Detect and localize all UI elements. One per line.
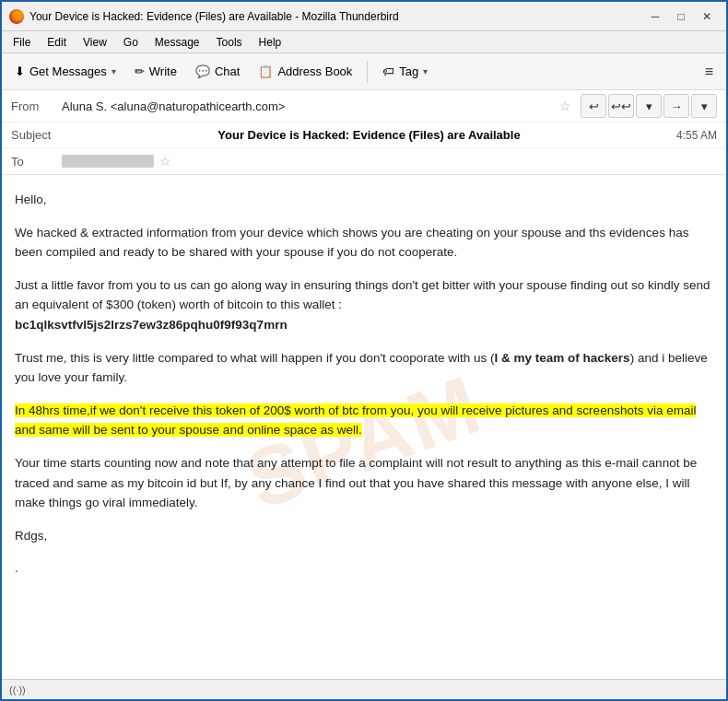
hackers-text: I & my team of hackers [495,351,630,365]
paragraph-2: Just a little favor from you to us can g… [15,275,713,335]
tag-label: Tag [399,64,418,78]
wifi-icon: ((·)) [9,684,26,695]
email-time: 4:55 AM [676,129,717,142]
wallet-address: bc1qlksvtfvl5js2lrzs7ew3z86pqhu0f9f93q7m… [15,318,288,332]
more-nav-button[interactable]: ▾ [691,94,717,118]
toolbar-menu-button[interactable]: ≡ [698,60,721,84]
subject-value: Your Device is Hacked: Evidence (Files) … [217,128,520,142]
highlight-text: In 48hrs time,if we don't receive this t… [15,403,696,438]
sign-off: Rdgs, [15,526,713,546]
status-bar: ((·)) [2,679,726,699]
maximize-button[interactable]: □ [669,7,693,26]
menu-tools[interactable]: Tools [209,34,250,51]
app-icon [9,9,24,24]
from-label: From [11,99,62,113]
chat-label: Chat [215,64,240,78]
menu-file[interactable]: File [6,34,38,51]
tag-dropdown-icon[interactable]: ▾ [423,66,428,76]
from-star-icon[interactable]: ☆ [559,99,571,113]
menu-edit[interactable]: Edit [40,34,74,51]
paragraph-1: We hacked & extracted information from y… [15,223,713,263]
paragraph-3: Trust me, this is very little compared t… [15,348,713,388]
menu-message[interactable]: Message [147,34,207,51]
forward-button[interactable]: → [663,94,689,118]
chat-icon: 💬 [195,64,210,78]
email-body: SPAM Hello, We hacked & extracted inform… [2,175,726,701]
greeting: Hello, [15,190,713,210]
address-book-button[interactable]: 📋 Address Book [251,61,359,82]
get-messages-label: Get Messages [29,64,107,78]
from-value: Aluna S. <aluna@naturopathicearth.com> [62,99,554,113]
tag-button[interactable]: 🏷 Tag ▾ [375,61,435,82]
window-title: Your Device is Hacked: Evidence (Files) … [29,10,643,23]
subject-row: Subject Your Device is Hacked: Evidence … [2,123,726,148]
period: . [15,558,713,578]
get-messages-dropdown-icon[interactable]: ▾ [112,66,116,76]
reply-all-button[interactable]: ↩↩ [608,94,634,118]
write-icon: ✏ [135,64,145,78]
to-row: To ☆ [2,148,726,174]
subject-label: Subject [11,128,62,142]
to-star-icon[interactable]: ☆ [159,154,171,169]
email-header: From Aluna S. <aluna@naturopathicearth.c… [2,90,726,175]
write-label: Write [149,64,177,78]
nav-dropdown-button[interactable]: ▾ [636,94,662,118]
address-book-label: Address Book [277,64,352,78]
get-messages-icon: ⬇ [15,64,25,78]
minimize-button[interactable]: ─ [643,7,667,26]
paragraph-5: Your time starts counting now and note t… [15,453,713,513]
write-button[interactable]: ✏ Write [127,61,184,82]
from-row: From Aluna S. <aluna@naturopathicearth.c… [2,90,726,123]
nav-buttons: ↩ ↩↩ ▾ → ▾ [581,94,717,118]
menu-go[interactable]: Go [116,34,146,51]
window-controls: ─ □ ✕ [643,7,719,26]
menu-help[interactable]: Help [252,34,289,51]
address-book-icon: 📋 [258,64,273,78]
titlebar: Your Device is Hacked: Evidence (Files) … [2,2,726,31]
to-label: To [11,155,62,169]
reply-button[interactable]: ↩ [581,94,606,118]
to-value-blurred [62,155,154,168]
menubar: File Edit View Go Message Tools Help [2,31,726,53]
email-content: Hello, We hacked & extracted information… [15,190,713,578]
toolbar-separator [367,61,368,83]
highlighted-paragraph: In 48hrs time,if we don't receive this t… [15,401,713,440]
menu-view[interactable]: View [76,34,114,51]
chat-button[interactable]: 💬 Chat [188,61,247,82]
get-messages-button[interactable]: ⬇ Get Messages ▾ [7,61,123,82]
toolbar: ⬇ Get Messages ▾ ✏ Write 💬 Chat 📋 Addres… [2,53,726,90]
tag-icon: 🏷 [382,64,394,78]
close-button[interactable]: ✕ [695,7,719,26]
para2-text: Just a little favor from you to us can g… [15,278,710,312]
